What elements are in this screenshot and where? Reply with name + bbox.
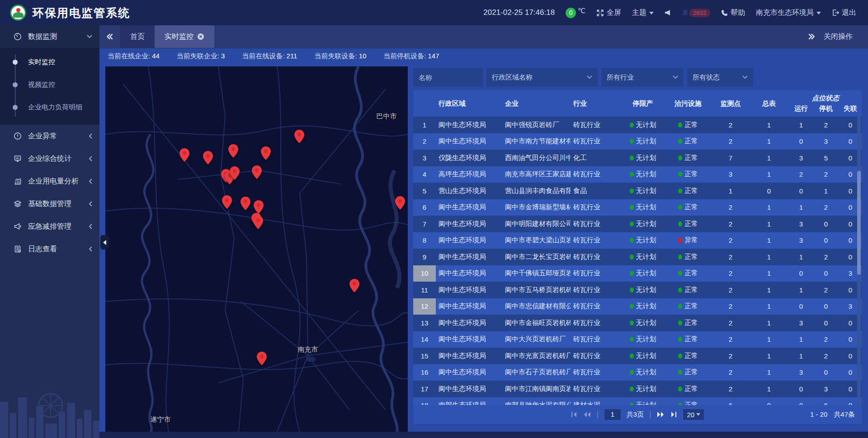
sidebar-item-2[interactable]: 企业异常 <box>0 125 99 147</box>
cell-facility-status: 正常 <box>665 203 712 212</box>
cell-limit-status: 无计划 <box>621 137 665 146</box>
sidebar-subitem-视频监控[interactable]: 视频监控 <box>0 73 99 96</box>
map-marker-pin[interactable] <box>294 130 304 143</box>
status-dot-green <box>630 122 634 127</box>
map-marker-pin[interactable] <box>349 279 359 292</box>
cell-meter-count: 1 <box>750 368 788 376</box>
map-marker-pin[interactable] <box>179 148 189 162</box>
cell-company: 阆中市五马桥页岩机砖 <box>502 286 571 294</box>
logout-icon <box>832 9 839 16</box>
sidebar-item-4[interactable]: 企业用电量分析 <box>0 170 99 193</box>
cell-stop-count: 3 <box>814 137 838 145</box>
table-row[interactable]: 5营山生态环境局营山县润丰肉食品有限食品无计划正常10010 <box>413 183 862 199</box>
sidebar-item-5[interactable]: 基础数据管理 <box>0 193 99 215</box>
pagination-bar: | 1 共3页 | 20 1 - 20 共47条 <box>413 405 862 424</box>
sidebar-item-6[interactable]: 应急减排管理 <box>0 215 99 238</box>
region-filter-select[interactable]: 行政区域名称 <box>486 68 598 87</box>
cell-region: 南部生态环境局 <box>436 401 502 405</box>
tab-realtime-monitor[interactable]: 实时监控 <box>155 25 214 48</box>
table-row[interactable]: 12阆中生态环境局阆中市忠信建材有限公砖瓦行业无计划正常21003 <box>413 298 862 315</box>
chevron-down-icon <box>673 75 678 79</box>
close-operations-menu[interactable]: 关闭操作 <box>824 32 853 42</box>
prev-page-button[interactable] <box>583 411 591 418</box>
cell-meter-count: 0 <box>750 401 788 405</box>
table-row[interactable]: 8阆中生态环境局阆中市枣碧大梁山页岩砖瓦行业无计划异常21300 <box>413 232 862 249</box>
map-marker-pin[interactable] <box>222 195 232 209</box>
cell-region: 阆中生态环境局 <box>436 269 502 278</box>
table-row[interactable]: 15阆中生态环境局阆中市光富页岩机砖厂砖瓦行业无计划正常21120 <box>413 348 862 364</box>
cell-run-count: 2 <box>788 170 814 178</box>
status-filter-select[interactable]: 所有状态 <box>687 68 753 87</box>
map-canvas[interactable]: 巴中市南充市遂宁市 <box>105 66 408 432</box>
table-row[interactable]: 13阆中生态环境局阆中市金福旺页岩机砖砖瓦行业无计划正常21300 <box>413 315 862 331</box>
chevron-down-icon <box>696 413 700 416</box>
notification-button[interactable]: 2632 <box>682 9 710 17</box>
sidebar-item-7[interactable]: 日志查看 <box>0 238 99 260</box>
chevron-left-icon <box>89 179 92 184</box>
announcement-button[interactable] <box>665 9 671 16</box>
logout-button[interactable]: 退出 <box>832 8 856 18</box>
map-marker-pin[interactable] <box>254 200 264 214</box>
table-row[interactable]: 3仪陇生态环境局西南油气田分公司川中化工无计划正常71350 <box>413 150 862 166</box>
table-row[interactable]: 1阆中生态环境局阆中强锐页岩砖厂砖瓦行业无计划正常21120 <box>413 117 862 133</box>
tab-home-label: 首页 <box>130 32 145 42</box>
sidebar-subitem-企业电力负荷明细[interactable]: 企业电力负荷明细 <box>0 96 99 118</box>
fullscreen-button[interactable]: 全屏 <box>596 8 621 18</box>
alert-icon <box>14 132 22 140</box>
next-page-button[interactable] <box>656 411 665 418</box>
stat-item: 当前在线企业:44 <box>108 52 160 61</box>
table-row[interactable]: 7阆中生态环境局阆中明阳建材有限公司砖瓦行业无计划正常21300 <box>413 216 862 232</box>
map-marker-pin[interactable] <box>257 352 267 365</box>
tab-home[interactable]: 首页 <box>120 25 155 48</box>
map-marker-pin[interactable] <box>230 166 240 180</box>
map-marker-pin[interactable] <box>395 196 405 210</box>
cell-facility-status: 正常 <box>665 220 712 228</box>
map-collapse-handle[interactable] <box>100 235 109 250</box>
table-row[interactable]: 4高坪生态环境局南充市高坪区王家店建砖瓦行业无计划正常31220 <box>413 166 862 183</box>
map-marker-pin[interactable] <box>253 216 263 229</box>
theme-menu[interactable]: 主题 <box>632 8 654 18</box>
table-row[interactable]: 6阆中生态环境局阆中市金博瑞新型墙材砖瓦行业无计划正常21120 <box>413 199 862 216</box>
sidebar-subitem-label: 视频监控 <box>28 80 55 89</box>
sidebar-item-1[interactable]: 数据监测 <box>0 25 99 48</box>
app-title: 环保用电监管系统 <box>33 5 130 20</box>
table-scrollbar[interactable] <box>857 117 861 405</box>
help-button[interactable]: 帮助 <box>721 8 745 18</box>
status-dot-green <box>678 287 682 292</box>
map-marker-pin[interactable] <box>261 146 271 160</box>
row-number: 6 <box>413 199 436 216</box>
chart-icon <box>14 177 22 185</box>
row-number: 15 <box>413 348 436 364</box>
industry-filter-select[interactable]: 所有行业 <box>601 68 684 87</box>
first-page-button[interactable] <box>571 411 578 418</box>
status-dot-green <box>678 254 682 259</box>
table-row[interactable]: 2阆中生态环境局阆中市南方节能建材有砖瓦行业无计划正常21030 <box>413 133 862 150</box>
table-row[interactable]: 9阆中生态环境局阆中市二龙长宝页岩砖砖瓦行业无计划正常21120 <box>413 249 862 265</box>
page-number-input[interactable]: 1 <box>604 409 621 420</box>
map-marker-pin[interactable] <box>241 197 250 210</box>
last-page-button[interactable] <box>670 411 677 418</box>
scrollbar-thumb[interactable] <box>857 171 861 275</box>
page-size-select[interactable]: 20 <box>683 409 704 420</box>
table-row[interactable]: 14阆中生态环境局阆中大兴页岩机砖厂砖瓦行业无计划正常21120 <box>413 331 862 348</box>
cell-facility-status: 正常 <box>665 335 712 344</box>
table-row[interactable]: 16阆中生态环境局阆中市石子页岩机砖厂砖瓦行业无计划正常21300 <box>413 364 862 381</box>
chevron-left-icon <box>89 201 92 207</box>
tabs-scroll-right-button[interactable] <box>807 33 816 41</box>
user-org-menu[interactable]: 南充市生态环境局 <box>756 8 821 18</box>
table-row[interactable]: 11阆中生态环境局阆中市五马桥页岩机砖砖瓦行业无计划正常21120 <box>413 282 862 298</box>
name-filter-input[interactable] <box>413 68 483 87</box>
cell-facility-status: 正常 <box>665 187 712 195</box>
table-row[interactable]: 10阆中生态环境局阆中千佛镇五郎垭页岩砖瓦行业无计划正常21003 <box>413 265 862 282</box>
map-marker-pin[interactable] <box>252 165 262 179</box>
cell-stop-count: 6 <box>814 401 838 405</box>
map-marker-pin[interactable] <box>203 151 213 165</box>
pager-divider: | <box>649 410 651 419</box>
sidebar-item-3[interactable]: 企业综合统计 <box>0 147 99 170</box>
tabs-scroll-left-button[interactable] <box>99 25 120 48</box>
map-marker-pin[interactable] <box>228 144 238 158</box>
table-row[interactable]: 18南部生态环境局南部县驰华水泥有限公建材水泥无计划正常60060 <box>413 397 862 405</box>
sidebar-subitem-实时监控[interactable]: 实时监控 <box>0 51 99 73</box>
table-row[interactable]: 17阆中生态环境局阆中市江南镇阆南页岩砖瓦行业无计划正常21030 <box>413 381 862 397</box>
close-tab-icon[interactable] <box>197 33 204 40</box>
